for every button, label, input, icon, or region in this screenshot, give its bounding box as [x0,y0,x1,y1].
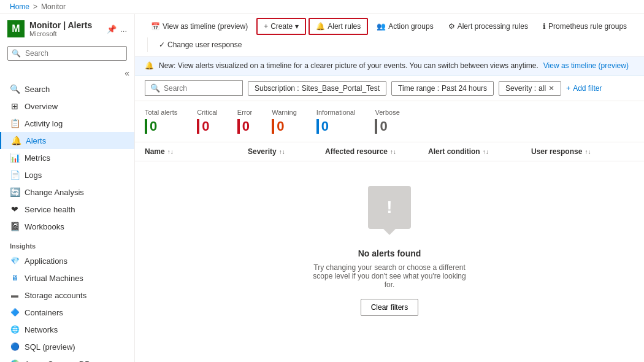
sidebar-subtitle: Microsoft [29,30,92,37]
stat-indicator [272,119,274,134]
sidebar-item-service-health[interactable]: ❤ Service health [0,201,134,218]
subscription-filter[interactable]: Subscription : Sites_Base_Portal_Test [248,81,386,96]
sidebar-item-applications[interactable]: 💎 Applications [0,252,134,269]
sidebar-nav: 🔍 Search ⊞ Overview 📋 Activity log 🔔 Ale… [0,80,134,235]
sidebar-search-container: 🔍 [7,46,127,61]
stats-row: Total alerts 0 Critical 0 Error 0 Warnin… [135,101,644,142]
severity-close-icon[interactable]: ✕ [548,84,554,93]
banner-link[interactable]: View as timeline (preview) [543,61,629,70]
table-col-alert-condition[interactable]: Alert condition ↑↓ [428,147,531,156]
more-icon[interactable]: ... [120,25,127,34]
filter-search-container: 🔍 [145,80,243,96]
time-range-filter[interactable]: Time range : Past 24 hours [391,81,494,96]
sidebar-item-activity-log[interactable]: 📋 Activity log [0,115,134,132]
alert-processing-label: Alert processing rules [458,22,528,31]
sidebar-item-virtual-machines[interactable]: 🖥 Virtual Machines [0,269,134,287]
sidebar-item-networks[interactable]: 🌐 Networks [0,321,134,338]
sidebar-item-containers[interactable]: 🔷 Containers [0,304,134,321]
sidebar-title: Monitor | Alerts [29,20,92,30]
stat-error: Error 0 [237,109,252,134]
prometheus-button[interactable]: ℹ Prometheus rule groups [537,19,633,34]
sidebar-item-change-analysis[interactable]: 🔄 Change Analysis [0,183,134,201]
stat-value: 0 [316,118,356,134]
check-icon: ✓ [159,40,165,49]
table-col-severity[interactable]: Severity ↑↓ [248,147,325,156]
stat-label: Warning [272,109,297,116]
breadcrumb-current: Monitor [41,2,66,11]
empty-state-title: No alerts found [358,248,421,258]
stat-value: 0 [197,118,218,134]
table-col-affected-resource[interactable]: Affected resource ↑↓ [325,147,428,156]
alerts-icon: 🔔 [11,136,21,145]
sidebar-item-label-search: Search [25,85,50,94]
timeline-icon: 📅 [151,22,160,31]
sidebar-item-label-metrics: Metrics [25,153,50,163]
sidebar-item-search[interactable]: 🔍 Search [0,80,134,98]
change-user-response-label: Change user response [167,40,242,49]
breadcrumb: Home > Monitor [0,0,644,14]
sidebar-item-metrics[interactable]: 📊 Metrics [0,149,134,166]
breadcrumb-separator: > [33,2,37,11]
banner-text: New: View alerts visualized on a timelin… [159,61,539,70]
sidebar-item-label-overview: Overview [25,102,58,111]
sidebar-item-alerts[interactable]: 🔔 Alerts [0,132,134,149]
create-button[interactable]: + Create ▾ [256,18,306,35]
filter-search-input[interactable] [164,84,237,93]
add-filter-icon: + [566,84,570,93]
sidebar-item-sql-preview[interactable]: 🔵 SQL (preview) [0,338,134,355]
sidebar: M Monitor | Alerts Microsoft 📌 ... 🔍 « 🔍… [0,14,135,362]
sidebar-item-label-virtual-machines: Virtual Machines [25,274,83,283]
prometheus-icon: ℹ [543,22,546,31]
filter-search-icon: 🔍 [150,83,160,93]
sidebar-item-storage-accounts[interactable]: ▬ Storage accounts [0,287,134,304]
containers-icon: 🔷 [10,307,20,317]
stat-number: 0 [277,118,284,134]
stat-label: Critical [197,109,218,116]
insights-section-label: Insights [0,235,134,252]
alert-rules-button[interactable]: 🔔 Alert rules [309,18,368,35]
toolbar: 📅 View as timeline (preview) + Create ▾ … [135,14,644,56]
alert-processing-button[interactable]: ⚙ Alert processing rules [442,19,534,34]
activity-log-icon: 📋 [10,118,20,128]
sidebar-item-overview[interactable]: ⊞ Overview [0,98,134,115]
sidebar-item-label-azure-cosmos-db: Azure Cosmos DB [25,360,90,363]
table-col-user-response[interactable]: User response ↑↓ [531,147,634,156]
sidebar-item-logs[interactable]: 📄 Logs [0,166,134,183]
view-timeline-button[interactable]: 📅 View as timeline (preview) [145,19,254,34]
empty-state-icon: ! [368,186,411,229]
stat-value: 0 [237,118,252,134]
breadcrumb-home[interactable]: Home [10,2,29,11]
networks-icon: 🌐 [10,325,20,334]
subscription-label: Subscription : [255,84,299,93]
col-label: User response [531,147,582,156]
table-col-name[interactable]: Name ↑↓ [145,147,248,156]
pin-icon[interactable]: 📌 [107,25,117,34]
stat-value: 0 [272,118,297,134]
sidebar-item-label-service-health: Service health [25,205,75,214]
severity-filter[interactable]: Severity : all ✕ [499,81,561,96]
sidebar-search-input[interactable] [7,46,127,61]
action-groups-button[interactable]: 👥 Action groups [370,19,439,34]
stat-number: 0 [202,118,209,134]
info-banner: 🔔 New: View alerts visualized on a timel… [135,56,644,75]
create-plus-icon: + [264,22,268,31]
sidebar-collapse-button[interactable]: « [120,66,134,80]
add-filter-button[interactable]: + Add filter [566,84,602,93]
subscription-value: Sites_Base_Portal_Test [302,84,380,93]
toolbar-divider [147,37,148,52]
sort-icon: ↑↓ [585,148,591,155]
stat-indicator [237,119,240,134]
add-filter-label: Add filter [573,84,602,93]
stat-number: 0 [321,118,329,134]
severity-value: all [539,84,546,93]
sidebar-title-group: Monitor | Alerts Microsoft [29,20,92,37]
col-label: Name [145,147,165,156]
sidebar-item-workbooks[interactable]: 📓 Workbooks [0,218,134,235]
azure-cosmos-db-icon: 🌍 [10,359,20,362]
clear-filters-button[interactable]: Clear filters [361,299,419,316]
sidebar-item-azure-cosmos-db[interactable]: 🌍 Azure Cosmos DB [0,355,134,362]
sidebar-item-label-storage-accounts: Storage accounts [25,291,86,300]
sidebar-search-icon: 🔍 [12,49,21,58]
change-user-response-button[interactable]: ✓ Change user response [153,37,248,52]
col-label: Severity [248,147,277,156]
